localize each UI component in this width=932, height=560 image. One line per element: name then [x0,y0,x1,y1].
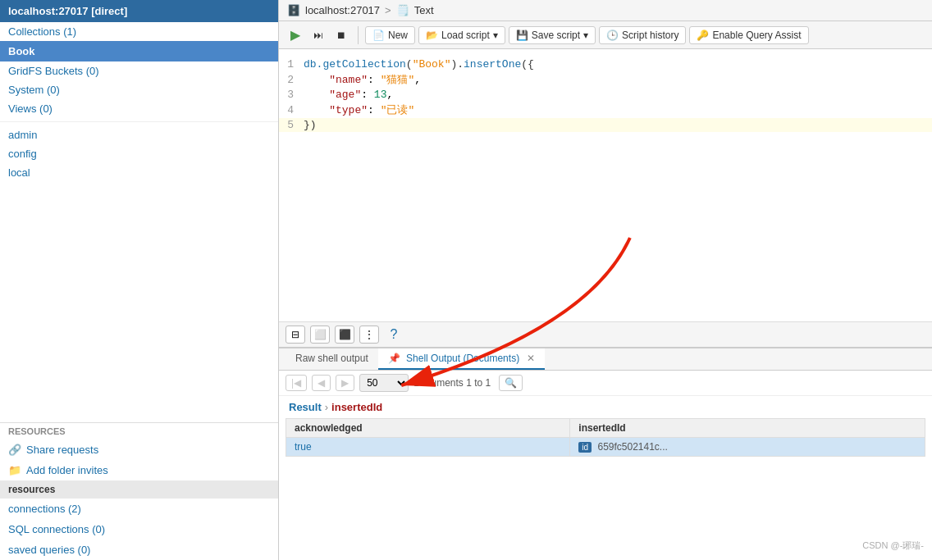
load-icon: 📂 [426,30,438,41]
sql-connections-label: SQL connections (0) [8,523,105,535]
sidebar-folder-invites[interactable]: 📁 Add folder invites [0,460,278,480]
db-icon: 🗄️ [287,4,300,16]
history-icon: 🕒 [606,30,619,41]
page-title: Text [414,4,434,16]
sidebar-header: localhost:27017 [direct] [0,0,278,22]
shell-output-label: Shell Output (Documents) [406,353,519,364]
load-script-button[interactable]: 📂 Load script ▾ [418,26,505,44]
output-table-container: acknowledged insertedId true id 659fc502… [279,418,932,457]
stop-button[interactable]: ⏹ [331,27,351,43]
resource-section-header: resources [0,480,278,499]
next-nav-button[interactable]: ▶ [336,375,354,391]
save-script-label: Save script [532,30,580,41]
script-icon: 🗒️ [396,4,409,16]
first-page-button[interactable]: |◀ [286,375,307,391]
cell-acknowledged: true [286,438,570,457]
sidebar-item-local[interactable]: local [0,163,278,182]
new-label: New [388,30,408,41]
sidebar-saved-queries[interactable]: saved queries (0) [0,540,278,560]
sidebar-share-requests[interactable]: 🔗 Share requests [0,439,278,460]
load-script-label: Load script [441,30,490,41]
breadcrumb-sep: > [385,4,391,16]
main-panel: 🗄️ localhost:27017 > 🗒️ Text ▶ ⏭ ⏹ 📄 New… [279,0,932,560]
breadcrumb: 🗄️ localhost:27017 > 🗒️ Text [279,0,932,21]
play-button[interactable]: ▶ [286,25,305,45]
sidebar-connections[interactable]: connections (2) [0,499,278,519]
main-wrapper: 🗄️ localhost:27017 > 🗒️ Text ▶ ⏭ ⏹ 📄 New… [279,0,932,560]
line-num-5: 5 [279,119,304,131]
code-editor[interactable]: 1 db.getCollection("Book").insertOne({ 2… [279,49,932,321]
save-icon: 💾 [516,30,528,41]
query-assist-icon: 🔑 [697,30,709,41]
system-label: System (0) [8,84,60,96]
refresh-button[interactable]: 🔍 [499,375,523,391]
sidebar: localhost:27017 [direct] Collections (1)… [0,0,279,560]
script-history-button[interactable]: 🕒 Script history [599,26,686,44]
admin-label: admin [8,129,37,141]
server-label: localhost:27017 [305,4,380,16]
new-button[interactable]: 📄 New [365,26,415,44]
acknowledged-value: true [295,441,312,453]
load-arrow-icon: ▾ [493,30,498,41]
sidebar-item-system[interactable]: System (0) [0,80,278,99]
share-requests-label: Share requests [26,444,98,456]
table-row[interactable]: true id 659fc502141c... [286,438,925,457]
sidebar-item-config[interactable]: config [0,144,278,163]
script-history-label: Script history [622,30,678,41]
folder-invites-label: Add folder invites [26,464,108,476]
watermark: CSDN @-琊瑞- [862,540,924,552]
code-line-2: 2 "name": "猫猫", [279,71,932,88]
code-content-1: db.getCollection("Book").insertOne({ [304,58,932,71]
page-size-select[interactable]: 50 100 200 [359,374,409,392]
code-content-3: "age": 13, [304,89,932,101]
save-script-button[interactable]: 💾 Save script ▾ [509,26,596,44]
raw-shell-label: Raw shell output [295,353,368,364]
gridfs-label: GridFS Buckets (0) [8,65,99,77]
format-button[interactable]: ⊟ [286,326,305,344]
line-num-2: 2 [279,74,304,86]
table-header-row: acknowledged insertedId [286,419,925,438]
editor-area: 1 db.getCollection("Book").insertOne({ 2… [279,49,932,347]
code-line-3: 3 "age": 13, [279,88,932,102]
indented-button[interactable]: ⋮ [359,326,379,344]
code-content-2: "name": "猫猫", [304,72,932,87]
insertedid-value: 659fc502141c... [597,441,667,453]
step-button[interactable]: ⏭ [308,27,328,43]
prev-page-button[interactable]: ◀ [312,375,331,391]
sidebar-item-gridfs[interactable]: GridFS Buckets (0) [0,61,278,80]
code-content-5: }) [304,119,932,131]
col-insertedid: insertedId [570,419,925,438]
pin-icon: 📌 [388,353,400,364]
output-tabs: Raw shell output 📌 Shell Output (Documen… [279,348,932,371]
result-sep: › [325,401,328,413]
output-nav-bar: |◀ ◀ ▶ 50 100 200 Documents 1 to 1 🔍 [279,371,932,396]
id-tag: id [578,442,592,453]
code-line-1: 1 db.getCollection("Book").insertOne({ [279,57,932,71]
collapse-button[interactable]: ⬛ [335,326,354,344]
enable-query-button[interactable]: 🔑 Enable Query Assist [689,26,808,44]
enable-query-label: Enable Query Assist [712,30,801,41]
toolbar-separator-1 [358,26,359,44]
tab-shell-output[interactable]: 📌 Shell Output (Documents) ✕ [378,348,546,370]
collections-label: Collections (1) [8,25,76,38]
sidebar-item-admin[interactable]: admin [0,125,278,144]
cell-insertedid: id 659fc502141c... [570,438,925,457]
sidebar-item-book[interactable]: Book [0,41,278,61]
code-content-4: "type": "已读" [304,102,932,117]
tab-raw-shell[interactable]: Raw shell output [286,348,378,370]
result-breadcrumb: Result › insertedId [279,396,932,418]
folder-icon: 📁 [8,464,21,476]
line-num-1: 1 [279,58,304,71]
help-button[interactable]: ? [384,326,404,344]
result-label: Result [289,401,322,413]
sidebar-item-views[interactable]: Views (0) [0,99,278,118]
local-label: local [8,166,30,179]
expand-button[interactable]: ⬜ [310,326,330,344]
sidebar-sql-connections[interactable]: SQL connections (0) [0,519,278,540]
tab-close-icon[interactable]: ✕ [527,353,535,364]
sidebar-item-collections[interactable]: Collections (1) [0,22,278,41]
views-label: Views (0) [8,102,53,115]
toolbar: ▶ ⏭ ⏹ 📄 New 📂 Load script ▾ 💾 Save scrip… [279,21,932,49]
col-acknowledged: acknowledged [286,419,570,438]
docs-info: Documents 1 to 1 [413,377,491,389]
